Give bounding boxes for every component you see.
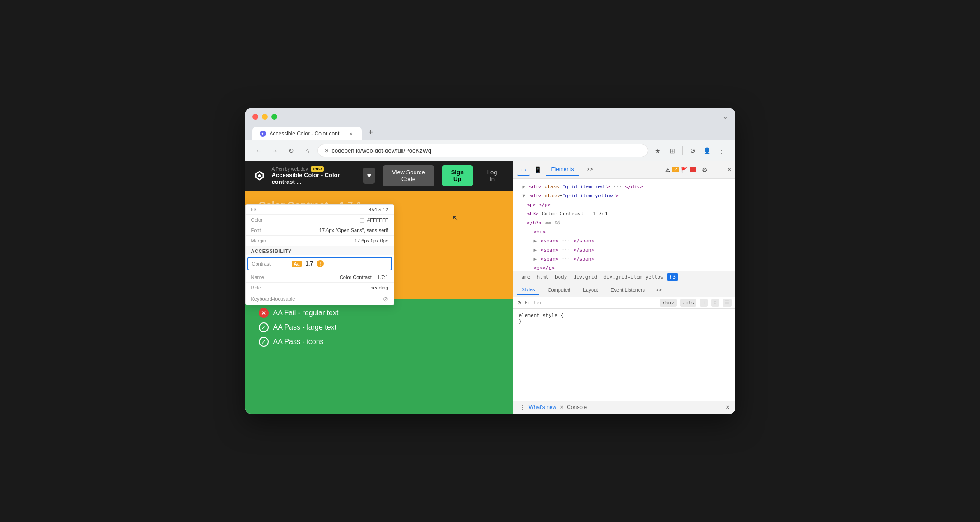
html-line-br[interactable]: <br> [513, 228, 735, 237]
filter-add[interactable]: + [700, 299, 708, 307]
aa-pass-icons-result: ✓ AA Pass - icons [259, 337, 499, 347]
breadcrumb-ame[interactable]: ame [519, 273, 533, 281]
whats-new-button[interactable]: What's new [529, 404, 557, 410]
inspector-keyboard-row: Keyboard-focusable ⊘ [246, 293, 394, 305]
back-button[interactable]: ← [252, 144, 265, 157]
html-line-h3-close[interactable]: </h3> == $0 [513, 219, 735, 228]
devtools-panel: ⬚ 📱 Elements >> ⚠ 2 🚩 1 ⚙ ⋮ × ▶ [513, 161, 735, 414]
google-icon-button[interactable]: G [686, 144, 699, 157]
computed-tab[interactable]: Computed [543, 285, 575, 294]
aa-fail-label: AA Fail - regular text [273, 309, 339, 317]
expand-arrow-span2[interactable]: ▶ [534, 247, 537, 253]
expand-arrow-yellow[interactable]: ▼ [523, 193, 526, 199]
filter-new-style[interactable]: ⊞ [711, 299, 719, 307]
element-style-rule: element.style { } [519, 312, 730, 324]
security-icon: ⊙ [324, 148, 328, 154]
browser-content: A Pen by web.dev PRO Accessible Color - … [245, 161, 735, 414]
breadcrumb-divgrid-yellow[interactable]: div.grid-item.yellow [601, 273, 666, 281]
bookmark-button[interactable]: ★ [652, 144, 664, 157]
more-options-button[interactable]: ⋮ [715, 144, 728, 157]
expand-arrow-span1[interactable]: ▶ [534, 238, 537, 244]
whats-new-close-button[interactable]: × [560, 404, 563, 410]
html-line-yellow-open[interactable]: ▼ <div class="grid-item yellow"> [513, 191, 735, 200]
tab-close-button[interactable]: × [347, 130, 355, 137]
refresh-button[interactable]: ↻ [285, 144, 298, 157]
html-line-span2[interactable]: ▶ <span> ··· </span> [513, 246, 735, 255]
chrome-titlebar: ⌄ ✦ Accessible Color - Color cont... × + [245, 108, 735, 140]
webpage: A Pen by web.dev PRO Accessible Color - … [245, 161, 513, 414]
view-source-button[interactable]: View Source Code [383, 165, 434, 186]
close-window-button[interactable] [252, 114, 258, 120]
inspector-font-row: Font 17.6px "Open Sans", sans-serif [246, 225, 394, 236]
pen-by: A Pen by web.dev PRO [272, 166, 349, 172]
more-style-tabs[interactable]: >> [653, 285, 664, 294]
error-icon: 🚩 [681, 167, 688, 173]
codepen-logo [254, 169, 265, 182]
breadcrumb-html[interactable]: html [534, 273, 551, 281]
warning-icon: ! [317, 260, 324, 267]
address-bar[interactable]: ⊙ codepen.io/web-dot-dev/full/PoeKzWq [317, 144, 648, 157]
maximize-window-button[interactable] [271, 114, 277, 120]
inspector-accessibility-header: ACCESSIBILITY [246, 246, 394, 255]
toolbar-divider [682, 146, 683, 155]
devtools-more-button[interactable]: ⋮ [713, 163, 725, 176]
expand-arrow-red[interactable]: ▶ [523, 184, 526, 190]
pass-icon-large: ✓ [259, 322, 269, 332]
inspector-color-row: Color #FFFFFF [246, 215, 394, 225]
inspect-element-button[interactable]: ⬚ [517, 163, 530, 176]
devtools-settings-button[interactable]: ⚙ [698, 163, 711, 176]
heart-button[interactable]: ♥ [363, 168, 375, 184]
pass-icon-icons: ✓ [259, 337, 269, 347]
elements-tab[interactable]: Elements [546, 163, 579, 176]
green-section: ✕ AA Fail - regular text ✓ AA Pass - lar… [245, 299, 513, 414]
home-button[interactable]: ⌂ [301, 144, 314, 157]
filter-hov[interactable]: :hov [660, 299, 677, 307]
filter-cls[interactable]: .cls [680, 299, 697, 307]
demo-area: Color Contrast – 1.7:1 ↖ h3 454 × 12 Col… [245, 191, 513, 414]
html-line-p-empty[interactable]: <p></p> [513, 264, 735, 271]
new-tab-button[interactable]: + [363, 125, 378, 140]
signup-button[interactable]: Sign Up [442, 165, 473, 186]
filter-computed-sidebar[interactable]: ☰ [723, 299, 732, 307]
html-line-span3[interactable]: ▶ <span> ··· </span> [513, 255, 735, 264]
tab-bar: ✦ Accessible Color - Color cont... × + [252, 125, 728, 140]
more-tabs-button[interactable]: >> [581, 163, 598, 176]
filter-input[interactable] [525, 300, 657, 306]
forward-button[interactable]: → [269, 144, 281, 157]
devtools-bottom-bar: ⋮ What's new × Console × [513, 401, 735, 414]
html-line-red[interactable]: ▶ <div class="grid-item red"> ··· </div> [513, 182, 735, 191]
active-tab[interactable]: ✦ Accessible Color - Color cont... × [252, 127, 362, 140]
device-toolbar-button[interactable]: 📱 [532, 163, 544, 176]
minimize-window-button[interactable] [262, 114, 268, 120]
bottom-close-button[interactable]: × [726, 404, 729, 411]
tab-title: Accessible Color - Color cont... [270, 130, 344, 137]
profile-button[interactable]: 👤 [701, 144, 714, 157]
filter-icon: ⊘ [517, 300, 521, 306]
more-options-dot: ⋮ [519, 404, 525, 411]
codepen-header: A Pen by web.dev PRO Accessible Color - … [245, 161, 513, 191]
breadcrumb-body[interactable]: body [552, 273, 570, 281]
event-listeners-tab[interactable]: Event Listeners [606, 285, 649, 294]
inspector-margin-row: Margin 17.6px 0px 0px [246, 236, 394, 246]
aa-pass-large-label: AA Pass - large text [273, 323, 337, 331]
extensions-button[interactable]: ⊞ [666, 144, 679, 157]
pro-badge: PRO [311, 166, 324, 172]
html-line-span1[interactable]: ▶ <span> ··· </span> [513, 237, 735, 246]
devtools-close-button[interactable]: × [727, 166, 731, 174]
aa-pass-icons-label: AA Pass - icons [273, 338, 324, 346]
warning-icon-triangle: ⚠ [665, 167, 670, 173]
toolbar-icons: ★ ⊞ G 👤 ⋮ [652, 144, 728, 157]
yellow-section: Color Contrast – 1.7:1 ↖ h3 454 × 12 Col… [245, 191, 513, 299]
layout-tab[interactable]: Layout [579, 285, 602, 294]
breadcrumb-h3[interactable]: h3 [667, 273, 678, 281]
html-line-p[interactable]: <p> </p> [513, 200, 735, 210]
chevron-down-icon[interactable]: ⌄ [723, 113, 728, 120]
login-button[interactable]: Log In [481, 165, 504, 186]
styles-tab[interactable]: Styles [517, 285, 540, 295]
console-button[interactable]: Console [567, 404, 587, 410]
breadcrumb-divgrid[interactable]: div.grid [570, 273, 600, 281]
html-line-h3-open[interactable]: <h3> Color Contrast – 1.7:1 [513, 210, 735, 219]
devtools-warnings: ⚠ 2 🚩 1 [665, 167, 696, 173]
chrome-toolbar: ← → ↻ ⌂ ⊙ codepen.io/web-dot-dev/full/Po… [245, 140, 735, 161]
expand-arrow-span3[interactable]: ▶ [534, 256, 537, 262]
